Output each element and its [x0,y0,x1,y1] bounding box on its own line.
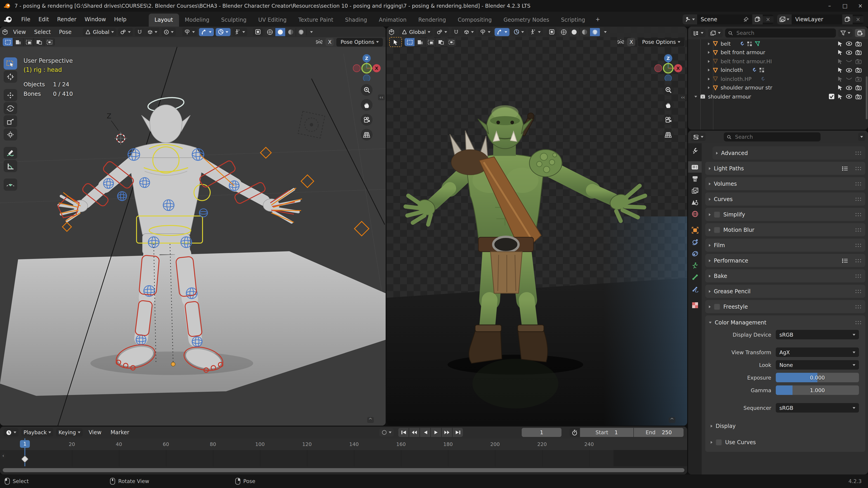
shading-dropdown[interactable] [310,31,313,33]
tab-scene[interactable] [688,197,702,208]
outliner-search[interactable] [725,29,836,37]
jump-to-end-button[interactable] [453,428,463,437]
drag-grip-icon[interactable] [855,166,862,170]
display-subpanel[interactable]: Display [709,421,862,431]
property-section[interactable]: Curves [705,193,865,205]
snapping-dropdown[interactable] [145,28,160,36]
outliner-item-shoulder-armour-str[interactable]: shoulder armour str [688,84,868,92]
hidden-eye-icon[interactable] [846,59,852,64]
shading-solid-button[interactable] [569,28,579,36]
editor-type-icon[interactable] [2,29,8,35]
viewlayer-browse-button[interactable] [777,14,792,24]
current-frame-field[interactable]: 1 [522,428,561,437]
next-keyframe-button[interactable] [442,428,452,437]
menu-item[interactable]: Edit [34,14,53,24]
workspace-tab[interactable]: Rendering [412,13,452,27]
play-button[interactable] [431,428,441,437]
outliner-item-loincloth-hp[interactable]: loincloth.HP [688,74,868,84]
property-section[interactable]: Motion Blur [705,223,865,236]
drag-grip-icon[interactable] [855,273,862,278]
shading-material-button[interactable] [286,28,296,36]
tool-measure[interactable] [4,160,17,172]
select-mode-subtract[interactable] [426,38,436,46]
proportional-editing-dropdown[interactable] [161,28,176,36]
shading-material-button[interactable] [579,28,590,36]
property-section[interactable]: Film [705,238,865,252]
overlays-toggle[interactable] [511,28,526,36]
play-reverse-button[interactable] [420,428,430,437]
workspace-tab[interactable]: Geometry Nodes [498,13,555,27]
snapping-dropdown[interactable] [461,28,476,36]
selectable-icon[interactable] [838,41,843,46]
selectable-icon[interactable] [838,50,843,55]
pan-button[interactable] [361,99,373,111]
shading-wireframe-button[interactable] [265,28,275,36]
previous-keyframe-button[interactable] [409,428,420,437]
render-camera-icon[interactable] [855,94,862,99]
hidden-eye-icon[interactable] [846,77,852,81]
timeline-editor-type-dropdown[interactable] [4,428,19,436]
property-section[interactable]: Performance [705,254,865,267]
selectable-icon[interactable] [838,68,843,73]
active-tool-tweak-button[interactable] [389,37,402,47]
tab-output[interactable] [688,173,702,184]
expand-icon[interactable] [708,42,710,45]
drag-grip-icon[interactable] [855,320,862,325]
add-workspace-button[interactable]: + [591,13,604,26]
property-section[interactable]: Freestyle [705,300,865,313]
viewport-3d-rendered[interactable]: Global [386,27,687,426]
tab-object-data-armature[interactable] [688,260,702,271]
outliner-item-belt-front-armour-hi[interactable]: belt front armour.HI [688,57,868,66]
tool-transform[interactable] [4,128,17,140]
tab-world[interactable] [688,208,702,220]
scene-name-field[interactable]: Scene [697,14,752,24]
drag-grip-icon[interactable] [855,289,862,293]
tool-scale[interactable] [4,115,17,127]
visibility-dropdown[interactable] [182,28,197,36]
workspace-tab[interactable]: Compositing [452,13,498,27]
zoom-button[interactable] [662,84,674,96]
ortho-toggle-button[interactable] [361,129,373,140]
render-camera-icon[interactable] [855,41,862,46]
property-section[interactable]: Advanced [712,147,865,160]
selectable-icon[interactable] [838,59,843,64]
axis-gizmo[interactable]: Z X [352,52,381,81]
select-mode-invert[interactable] [34,38,44,46]
preset-list-icon[interactable] [842,258,848,263]
collection-checkbox[interactable] [829,94,835,100]
pose-menu[interactable]: Pose [56,27,75,36]
workspace-tab[interactable]: Layout [149,13,179,27]
outliner-item-belt-front-armour[interactable]: belt front armour [688,48,868,57]
viewport-3d-solid[interactable]: Z [0,27,385,426]
scene-unlink-button[interactable]: × [763,16,774,22]
expand-corner-icon[interactable]: ^ [669,417,675,423]
shading-rendered-button[interactable] [296,28,307,36]
viewlayer-new-button[interactable] [842,14,852,24]
keying-menu[interactable]: Keying [56,428,83,436]
workspace-tab[interactable]: Animation [373,13,412,27]
close-button[interactable]: × [852,0,868,12]
gizmo-toggle[interactable] [199,28,214,36]
axis-gizmo[interactable]: Z X [654,52,683,81]
blender-menu-icon[interactable] [4,15,13,24]
property-section[interactable]: Bake [705,269,865,283]
viewlayer-name-field[interactable]: ViewLayer [792,14,842,24]
new-collection-button[interactable] [855,29,865,37]
timeline-marker-menu[interactable]: Marker [107,428,132,437]
properties-search[interactable] [724,132,820,141]
camera-view-button[interactable] [361,114,373,126]
scene-browse-button[interactable] [683,14,697,24]
hide-eye-icon[interactable] [846,41,852,46]
shading-solid-button[interactable] [275,28,286,36]
timeline-channel-area[interactable] [0,450,687,475]
select-mode-intersect[interactable] [44,38,55,46]
modifier-wrench-icon[interactable] [739,41,745,46]
render-disabled-icon[interactable] [855,76,862,82]
tab-bone[interactable] [688,271,702,283]
property-section[interactable]: Grease Pencil [705,285,865,298]
modifier-wrench-icon[interactable] [751,68,757,73]
camera-view-button[interactable] [662,114,674,126]
select-mode-extend[interactable] [415,38,426,46]
menu-item[interactable]: File [17,14,34,24]
xray-pose-dropdown[interactable] [232,28,247,36]
